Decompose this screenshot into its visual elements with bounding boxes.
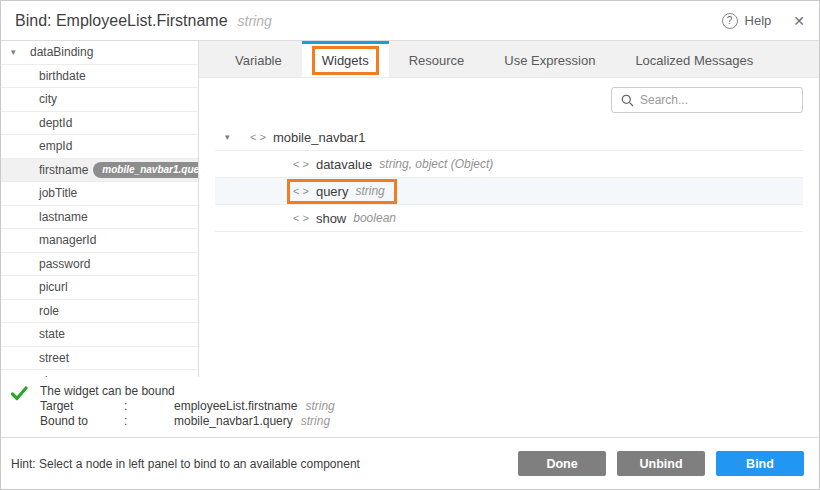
tab-label: Localized Messages: [625, 46, 763, 75]
sidebar-item-picurl[interactable]: picurl: [1, 276, 198, 300]
field-label: state: [39, 327, 65, 341]
widget-property-list: < > datavalue string, object (Object) < …: [215, 151, 803, 232]
sidebar-item-birthdate[interactable]: birthdate: [1, 65, 198, 89]
sidebar-item-zip[interactable]: zip: [1, 370, 198, 377]
sidebar-item-managerid[interactable]: managerId: [1, 229, 198, 253]
hint-text: Hint: Select a node in left panel to bin…: [11, 457, 360, 471]
tree-node-show[interactable]: < > show boolean: [215, 205, 803, 232]
status-row-type: string: [301, 414, 330, 429]
binding-source-panel: Variable Widgets Resource Use Expression…: [199, 41, 819, 377]
search-input[interactable]: [640, 93, 793, 107]
status-row-value: mobile_navbar1.query: [174, 414, 293, 429]
search-icon: [621, 94, 634, 107]
sidebar-item-street[interactable]: street: [1, 347, 198, 371]
node-label: query: [316, 184, 349, 199]
close-icon[interactable]: ✕: [793, 13, 805, 29]
unbind-button[interactable]: Unbind: [617, 451, 705, 476]
field-label: birthdate: [39, 69, 86, 83]
field-list: birthdate city deptId empId firstname mo…: [1, 65, 198, 378]
node-content: < > mobile_navbar1: [244, 125, 377, 150]
status-row-type: string: [305, 399, 334, 414]
code-icon: < >: [293, 212, 309, 224]
code-icon: < >: [250, 131, 266, 143]
node-label: show: [316, 211, 346, 226]
status-message: The widget can be bound: [40, 384, 335, 399]
status-lines: The widget can be bound Target : employe…: [40, 384, 335, 437]
status-row-colon: :: [124, 399, 174, 414]
bound-target-badge: mobile_navbar1.query: [93, 162, 199, 178]
help-icon: ?: [722, 13, 738, 29]
field-label: firstname: [39, 163, 88, 177]
tab-variable[interactable]: Variable: [215, 41, 302, 77]
widgets-tab-content: ▾ < > mobile_navbar1 < > datavalue: [199, 78, 819, 377]
status-row-colon: :: [124, 414, 174, 429]
caret-down-icon[interactable]: ▾: [225, 132, 235, 142]
tab-label: Widgets: [312, 46, 379, 75]
tab-localized-messages[interactable]: Localized Messages: [615, 41, 773, 77]
node-type: boolean: [353, 211, 396, 225]
field-label: street: [39, 351, 69, 365]
tab-widgets[interactable]: Widgets: [302, 41, 389, 77]
sidebar-item-lastname[interactable]: lastname: [1, 206, 198, 230]
tab-use-expression[interactable]: Use Expression: [484, 41, 615, 77]
field-label: city: [39, 92, 57, 106]
node-content: < > datavalue string, object (Object): [287, 152, 505, 177]
tree-node-databinding[interactable]: ▾ dataBinding: [1, 41, 198, 65]
node-label: datavalue: [316, 157, 372, 172]
code-icon: < >: [293, 158, 309, 170]
field-label: jobTitle: [39, 186, 77, 200]
bind-button[interactable]: Bind: [716, 451, 804, 476]
sidebar-item-deptid[interactable]: deptId: [1, 112, 198, 136]
dialog-body: ▾ dataBinding birthdate city deptId empI…: [1, 41, 819, 377]
dialog-footer: Hint: Select a node in left panel to bin…: [1, 438, 819, 489]
dialog-title-type: string: [238, 13, 272, 29]
sidebar-item-password[interactable]: password: [1, 253, 198, 277]
node-type: string: [355, 184, 384, 198]
status-row-value: employeeList.firstname: [174, 399, 297, 414]
status-row-label: Target: [40, 399, 124, 414]
field-tree-panel: ▾ dataBinding birthdate city deptId empI…: [1, 41, 199, 377]
header-actions: ? Help ✕: [722, 13, 805, 29]
code-icon: < >: [293, 185, 309, 197]
done-button[interactable]: Done: [518, 451, 606, 476]
field-label: password: [39, 257, 90, 271]
dialog-title: Bind: EmployeeList.Firstname: [15, 12, 228, 30]
dialog-header: Bind: EmployeeList.Firstname string ? He…: [1, 1, 819, 41]
sidebar-item-city[interactable]: city: [1, 88, 198, 112]
node-content: < > show boolean: [287, 206, 408, 231]
sidebar-item-empid[interactable]: empId: [1, 135, 198, 159]
status-detail-row: Target : employeeList.firstname string: [40, 399, 335, 414]
sidebar-item-state[interactable]: state: [1, 323, 198, 347]
tree-root-label: dataBinding: [30, 45, 93, 59]
caret-down-icon[interactable]: ▾: [11, 47, 21, 57]
node-label: mobile_navbar1: [273, 130, 366, 145]
status-detail-list: Target : employeeList.firstname string B…: [40, 399, 335, 429]
check-icon: [11, 386, 28, 401]
tree-node-datavalue[interactable]: < > datavalue string, object (Object): [215, 151, 803, 178]
search-row: [215, 87, 803, 113]
node-content: < > query string: [287, 179, 397, 204]
tab-label: Resource: [399, 46, 475, 75]
field-label: lastname: [39, 210, 88, 224]
tree-node-query[interactable]: < > query string: [215, 178, 803, 205]
sidebar-item-firstname[interactable]: firstname mobile_navbar1.query: [1, 159, 198, 183]
field-label: role: [39, 304, 59, 318]
help-label: Help: [745, 13, 772, 28]
tab-resource[interactable]: Resource: [389, 41, 485, 77]
tab-bar: Variable Widgets Resource Use Expression…: [199, 41, 819, 78]
tree-node-mobile-navbar1[interactable]: ▾ < > mobile_navbar1: [215, 124, 803, 151]
help-button[interactable]: ? Help: [722, 13, 772, 29]
footer-buttons: DoneUnbindBind: [518, 451, 804, 476]
sidebar-item-jobtitle[interactable]: jobTitle: [1, 182, 198, 206]
tab-label: Use Expression: [494, 46, 605, 75]
bind-dialog: Bind: EmployeeList.Firstname string ? He…: [0, 0, 820, 490]
node-type: string, object (Object): [379, 157, 493, 171]
status-detail-row: Bound to : mobile_navbar1.query string: [40, 414, 335, 429]
field-label: deptId: [39, 116, 72, 130]
status-row-label: Bound to: [40, 414, 124, 429]
field-label: managerId: [39, 233, 96, 247]
field-label: picurl: [39, 280, 68, 294]
search-box[interactable]: [611, 87, 803, 113]
field-label: empId: [39, 139, 72, 153]
sidebar-item-role[interactable]: role: [1, 300, 198, 324]
